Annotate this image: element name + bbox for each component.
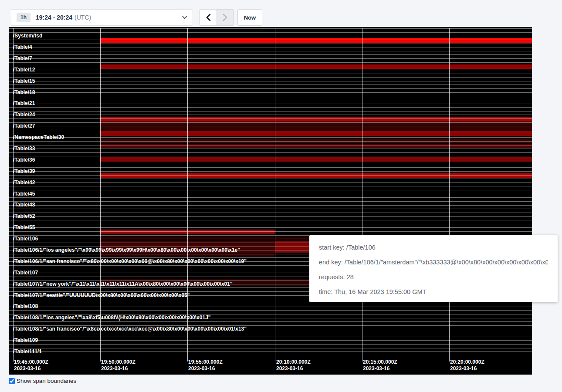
row-key-label: /Table/45 (13, 191, 35, 196)
span-boundary-line (9, 307, 532, 307)
span-boundary-line (9, 66, 532, 66)
row-key-label: /Table/39 (13, 169, 35, 174)
row-key-label: /System/tsd (13, 33, 42, 38)
heatmap-band (100, 144, 532, 148)
span-boundary-line (9, 70, 532, 70)
row-key-label: /Table/15 (13, 78, 35, 84)
chevron-down-icon (182, 16, 187, 19)
span-tooltip: start key: /Table/106end key: /Table/106… (309, 235, 558, 302)
span-boundary-line (9, 47, 532, 47)
row-key-label: /Table/106/1/"san francisco"/"\x80\x00\x… (13, 259, 247, 264)
span-boundary-line (9, 182, 532, 183)
span-boundary-line (9, 179, 532, 179)
x-axis-date-label: 2023-03-16 (276, 365, 303, 372)
chevron-right-icon (223, 14, 228, 21)
span-boundary-line (9, 81, 532, 81)
row-key-label: /Table/48 (13, 202, 35, 207)
row-key-label: /Table/107/1/"new york"/"\x11\x11\x11\x1… (13, 281, 233, 287)
span-boundary-line (9, 92, 532, 93)
span-boundary-line (9, 44, 532, 44)
span-boundary-line (9, 28, 532, 29)
span-boundary-line (9, 77, 532, 78)
row-key-label: /Table/109 (13, 338, 38, 343)
row-key-label: /Table/12 (13, 67, 35, 72)
row-key-label: /Table/24 (13, 112, 35, 117)
key-visualizer-heatmap-canvas[interactable]: /System/tsd/Table/4/Table/7/Table/12/Tab… (9, 27, 532, 375)
span-boundary-line (9, 227, 532, 228)
x-axis-date-label: 2023-03-16 (14, 365, 41, 372)
span-boundary-line (9, 152, 532, 153)
span-boundary-line (9, 175, 532, 176)
row-key-label: /Table/111/1 (13, 349, 42, 354)
span-boundary-line (9, 220, 532, 220)
span-boundary-line (9, 74, 532, 74)
row-key-label: /Table/108/1/"los angeles"/"\xa8\xf5\u00… (13, 315, 211, 320)
span-boundary-line (9, 118, 532, 119)
row-key-label: /Table/106/1/"los angeles"/"\x99\x99\x99… (13, 247, 240, 253)
footer-controls: Show span boundaries (9, 378, 76, 384)
row-key-label: /Table/52 (13, 213, 35, 219)
row-key-label: /Table/7 (13, 56, 32, 61)
span-boundary-line (9, 340, 532, 341)
tooltip-line: time: Thu, 16 Mar 2023 19:55:00 GMT (319, 284, 548, 299)
x-axis-date-label: 2023-03-16 (363, 365, 389, 372)
time-gridline (187, 28, 188, 362)
toolbar: 1h 19:24 - 20:24 (UTC) Now (0, 0, 562, 27)
span-boundary-line (9, 126, 532, 126)
time-gridline (100, 28, 101, 362)
forward-arrow-button[interactable] (217, 10, 234, 25)
span-boundary-line (9, 303, 532, 303)
span-boundary-line (9, 190, 532, 190)
heatmap-band (100, 38, 532, 43)
time-range-preset-badge: 1h (17, 13, 30, 22)
span-boundary-line (9, 216, 532, 217)
span-boundary-line (9, 160, 532, 160)
row-key-label: /Table/42 (13, 180, 35, 185)
span-boundary-line (9, 167, 532, 168)
x-axis-date-label: 2023-03-16 (188, 365, 215, 372)
x-axis-date-label: 2023-03-16 (101, 365, 128, 372)
x-axis-time-label: 19:55:00.000Z (188, 359, 223, 365)
span-boundary-line (9, 96, 532, 96)
span-boundary-line (9, 107, 532, 108)
span-boundary-line (9, 111, 532, 112)
span-boundary-line (9, 100, 532, 100)
row-key-label: /Table/4 (13, 44, 32, 50)
show-span-boundaries-checkbox[interactable] (9, 378, 15, 384)
span-boundary-line (9, 137, 532, 138)
span-boundary-line (9, 58, 532, 59)
back-arrow-button[interactable] (200, 10, 217, 25)
heatmap-band (100, 64, 532, 69)
row-key-label: /Table/107 (13, 270, 38, 275)
span-boundary-line (9, 54, 532, 55)
row-key-label: /Table/55 (13, 225, 35, 230)
time-gridline (449, 28, 450, 362)
tooltip-line: end key: /Table/106/1/"amsterdam"/"\xb33… (319, 255, 548, 270)
row-key-label: /Table/21 (13, 101, 35, 106)
row-key-label: /Table/108/1/"san francisco"/"\x8c\xcc\x… (13, 326, 247, 331)
tooltip-line: requests: 28 (319, 270, 548, 284)
span-boundary-line (9, 197, 532, 198)
span-boundary-line (9, 134, 532, 134)
span-boundary-line (9, 209, 532, 209)
time-range-dropdown[interactable]: 1h 19:24 - 20:24 (UTC) (11, 9, 193, 26)
span-boundary-line (9, 115, 532, 115)
heatmap-band (100, 253, 275, 257)
span-boundary-line (9, 32, 532, 33)
row-key-label: /Table/108 (13, 304, 38, 309)
span-boundary-line (9, 213, 532, 213)
span-boundary-line (9, 186, 532, 186)
time-gridline (275, 28, 275, 362)
row-key-label: /Table/107/1/"seattle"/"UUUUUUD\x00\x80\… (13, 293, 190, 298)
tooltip-line: start key: /Table/106 (319, 240, 548, 255)
time-gridline (362, 28, 362, 362)
span-boundary-line (9, 149, 532, 149)
span-boundary-line (9, 310, 532, 311)
span-boundary-line (9, 321, 532, 322)
span-boundary-line (9, 145, 532, 145)
span-boundary-line (9, 337, 532, 337)
now-button[interactable]: Now (237, 9, 262, 26)
x-axis-date-label: 2023-03-16 (450, 365, 477, 372)
span-boundary-line (9, 224, 532, 224)
span-boundary-line (9, 201, 532, 202)
